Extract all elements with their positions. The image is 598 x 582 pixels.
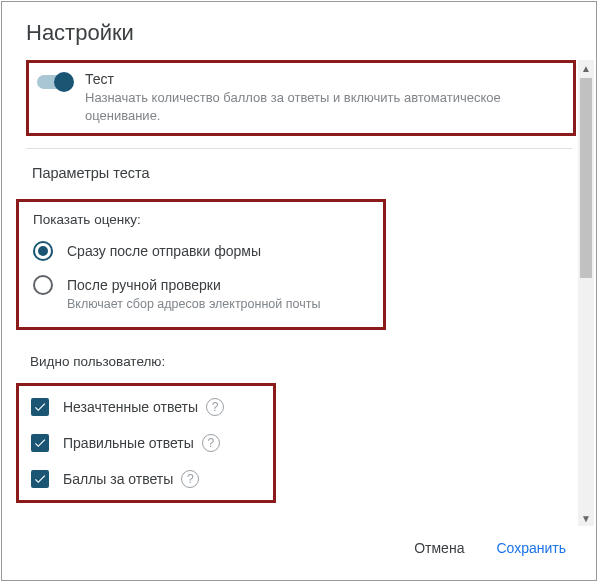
dialog-content: Тест Назначать количество баллов за отве… [2,60,596,516]
checkbox-label: Баллы за ответы [63,471,173,487]
help-icon[interactable]: ? [181,470,199,488]
test-toggle-description: Назначать количество баллов за ответы и … [85,89,567,125]
radio-immediately[interactable]: Сразу после отправки формы [33,241,373,261]
test-params-header: Параметры теста [2,149,596,189]
checkbox-correct-answers[interactable]: Правильные ответы ? [31,434,263,452]
save-button[interactable]: Сохранить [484,530,578,566]
scrollbar[interactable]: ▲ ▼ [578,60,594,526]
checkbox-point-values[interactable]: Баллы за ответы ? [31,470,263,488]
test-toggle-label: Тест [85,71,567,87]
radio-label: После ручной проверки [67,275,373,295]
help-icon[interactable]: ? [202,434,220,452]
dialog-footer: Отмена Сохранить [2,516,596,580]
test-toggle[interactable] [37,75,71,89]
radio-icon [33,275,53,295]
show-grade-label: Показать оценку: [33,212,373,227]
visible-section-highlight: Незачтенные ответы ? Правильные ответы ?… [16,383,276,503]
checkbox-icon [31,434,49,452]
radio-label: Сразу после отправки формы [67,241,373,261]
toggle-text: Тест Назначать количество баллов за отве… [85,71,567,125]
test-toggle-highlight: Тест Назначать количество баллов за отве… [26,60,576,136]
radio-description: Включает сбор адресов электронной почты [67,297,373,311]
toggle-knob-icon [54,72,74,92]
checkbox-missed-answers[interactable]: Незачтенные ответы ? [31,398,263,416]
visible-to-user-label: Видно пользователю: [30,354,596,369]
checkbox-label: Незачтенные ответы [63,399,198,415]
checkbox-icon [31,398,49,416]
help-icon[interactable]: ? [206,398,224,416]
checkbox-label: Правильные ответы [63,435,194,451]
settings-dialog: Настройки Тест Назначать количество балл… [1,1,597,581]
cancel-button[interactable]: Отмена [402,530,476,566]
radio-icon [33,241,53,261]
grade-section-highlight: Показать оценку: Сразу после отправки фо… [16,199,386,330]
scroll-down-icon[interactable]: ▼ [578,510,594,526]
radio-manual-review[interactable]: После ручной проверки Включает сбор адре… [33,275,373,311]
dialog-title: Настройки [2,2,596,60]
scrollbar-thumb[interactable] [580,78,592,278]
checkbox-icon [31,470,49,488]
scroll-up-icon[interactable]: ▲ [578,60,594,76]
